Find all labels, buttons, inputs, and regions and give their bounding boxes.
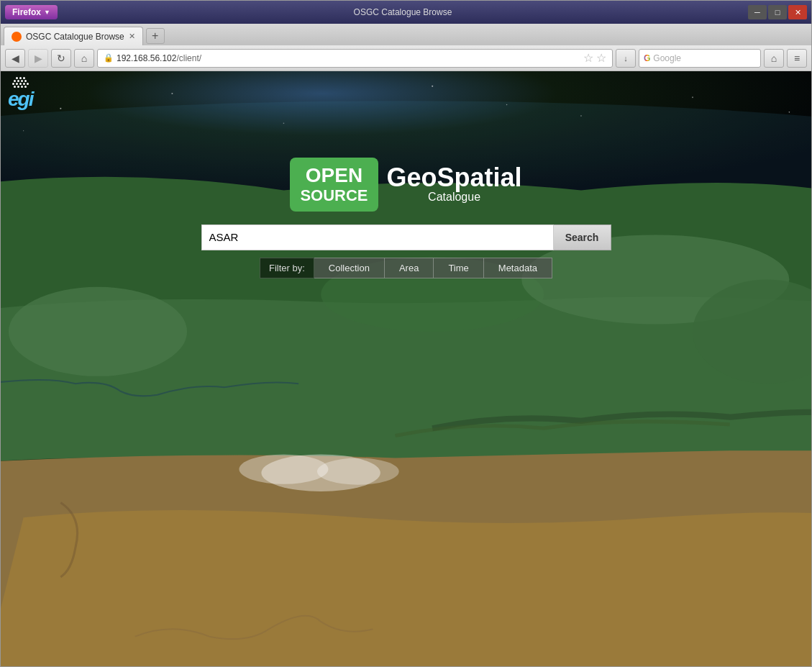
dot1 [16,77,18,79]
reload-button[interactable]: ↻ [51,49,71,68]
url-path: /client/ [176,53,201,63]
egi-dots-row3 [12,83,29,85]
new-tab-button[interactable]: + [146,28,165,44]
forward-button[interactable]: ▶ [28,49,48,68]
filter-tab-time[interactable]: Time [434,258,483,278]
search-section: OPEN SOURCE GeoSpatial Catalogue Search … [201,158,611,278]
url-text: 192.168.56.102/client/ [117,53,201,63]
browser-search-bar[interactable]: G Google [639,49,761,68]
egi-dots-row1 [16,77,25,79]
title-bar-center: OSGC Catalogue Browse [62,7,744,17]
filter-tab-metadata[interactable]: Metadata [484,258,552,278]
window-title: OSGC Catalogue Browse [354,7,452,17]
back-button[interactable]: ◀ [5,49,25,68]
filter-label: Filter by: [260,258,314,278]
tab-bar: OSGC Catalogue Browse ✕ + [1,24,811,45]
filter-tab-area[interactable]: Area [385,258,434,278]
bookmark-button2[interactable]: ☆ [596,51,606,65]
open-source-box: OPEN SOURCE [290,158,378,212]
logo-banner: OPEN SOURCE GeoSpatial Catalogue [290,158,521,212]
search-row: Search [201,224,611,250]
content-area: egi OPEN SOURCE GeoSpatial Catalogue [1,71,811,666]
maximize-button[interactable]: □ [768,5,787,19]
search-input[interactable] [201,224,554,250]
title-bar: Firefox OSGC Catalogue Browse ─ □ ✕ [1,1,811,24]
egi-text-logo: egi [8,88,32,111]
menu-button[interactable]: ≡ [787,49,807,68]
source-text: SOURCE [300,187,368,204]
window-controls: ─ □ ✕ [748,5,807,19]
tab-label: OSGC Catalogue Browse [26,32,124,42]
lock-icon: 🔒 [104,53,114,63]
geo-spatial-text: GeoSpatial Catalogue [387,165,522,204]
home-button2[interactable]: ⌂ [764,49,784,68]
egi-dots [12,77,29,88]
google-icon: G [644,53,650,63]
firefox-menu-button[interactable]: Firefox [5,5,58,19]
url-host: 192.168.56.102 [117,53,176,63]
open-text: OPEN [300,165,368,187]
tab-favicon [12,32,22,42]
nav-bar: ◀ ▶ ↻ ⌂ 🔒 192.168.56.102/client/ ☆ ☆ ↓ G… [1,45,811,71]
browser-window: Firefox OSGC Catalogue Browse ─ □ ✕ OSGC… [0,0,812,667]
catalogue-text: Catalogue [387,191,522,204]
app-overlay: egi OPEN SOURCE GeoSpatial Catalogue [1,71,811,666]
bookmark-button[interactable]: ☆ [583,51,593,65]
geospatial-text: GeoSpatial [387,165,522,191]
minimize-button[interactable]: ─ [748,5,767,19]
egi-dots-row2 [14,80,27,82]
dot3 [23,77,25,79]
active-tab[interactable]: OSGC Catalogue Browse ✕ [4,27,143,45]
tab-close-icon[interactable]: ✕ [129,32,135,41]
filter-tab-collection[interactable]: Collection [314,258,385,278]
home-button[interactable]: ⌂ [74,49,94,68]
search-button[interactable]: Search [554,224,611,250]
close-button[interactable]: ✕ [788,5,807,19]
egi-logo-area: egi [8,77,32,111]
filter-row: Filter by: Collection Area Time Metadata [260,258,552,278]
dot2 [19,77,22,79]
downloads-button[interactable]: ↓ [616,49,636,68]
search-bar-placeholder: Google [653,53,681,63]
url-bar[interactable]: 🔒 192.168.56.102/client/ ☆ ☆ [97,49,613,68]
